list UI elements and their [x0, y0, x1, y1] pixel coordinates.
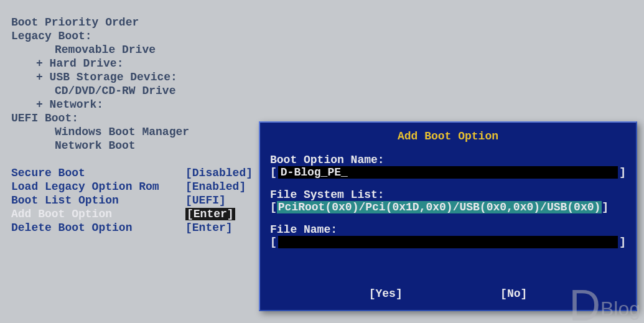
bracket-open: [ — [270, 201, 277, 213]
bracket-close: ] — [619, 236, 626, 248]
legacy-boot-label: Legacy Boot: — [11, 29, 638, 43]
file-name-label: File Name: — [270, 223, 626, 236]
legacy-item-usb[interactable]: + USB Storage Device: — [11, 70, 638, 84]
boot-priority-header: Boot Priority Order — [11, 16, 638, 29]
yes-button[interactable]: [Yes] — [369, 288, 403, 300]
file-system-list-label: File System List: — [270, 189, 626, 201]
boot-option-name-label: Boot Option Name: — [270, 154, 626, 166]
dialog-title: Add Boot Option — [270, 130, 626, 143]
bracket-open: [ — [270, 166, 277, 179]
file-system-list-value[interactable]: PciRoot(0x0)/Pci(0x1D,0x0)/USB(0x0,0x0)/… — [277, 201, 602, 213]
bracket-close: ] — [619, 166, 626, 179]
bracket-open: [ — [270, 236, 277, 248]
legacy-item-removable[interactable]: Removable Drive — [11, 43, 638, 57]
legacy-item-harddrive[interactable]: + Hard Drive: — [11, 57, 638, 70]
boot-option-name-input[interactable]: D-Blog_PE_ — [278, 166, 618, 179]
bracket-close: ] — [602, 201, 609, 213]
add-boot-option-dialog: Add Boot Option Boot Option Name: [ D-Bl… — [259, 121, 637, 311]
no-button[interactable]: [No] — [500, 288, 527, 300]
legacy-item-network[interactable]: + Network: — [11, 98, 638, 111]
file-name-input[interactable] — [278, 236, 618, 248]
legacy-item-cddvd[interactable]: CD/DVD/CD-RW Drive — [11, 84, 638, 98]
